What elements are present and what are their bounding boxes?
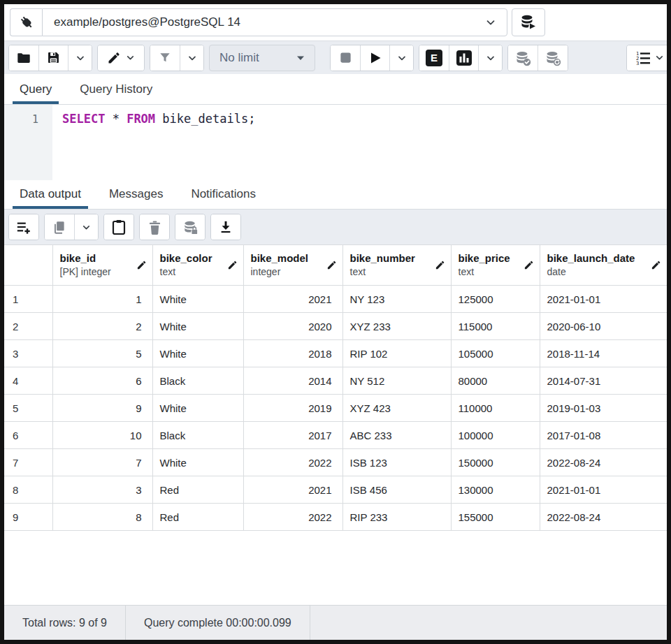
column-header-bike_model[interactable]: bike_modelinteger bbox=[243, 245, 342, 286]
cell-bike_model[interactable]: 2021 bbox=[243, 476, 342, 504]
cell-bike_model[interactable]: 2022 bbox=[243, 449, 342, 476]
cell-bike_launch_date[interactable]: 2021-01-01 bbox=[540, 286, 667, 313]
row-number-cell[interactable]: 5 bbox=[4, 395, 52, 422]
sql-code-line[interactable]: SELECT * FROM bike_details; bbox=[52, 105, 255, 180]
open-file-button[interactable] bbox=[9, 45, 38, 71]
cell-bike_price[interactable]: 115000 bbox=[451, 313, 540, 340]
cell-bike_id[interactable]: 8 bbox=[52, 504, 152, 531]
execute-query-button[interactable] bbox=[360, 45, 389, 71]
grid-corner-cell[interactable] bbox=[4, 245, 52, 286]
connection-status-button[interactable] bbox=[10, 8, 42, 36]
save-data-changes-button[interactable] bbox=[175, 214, 205, 240]
cell-bike_launch_date[interactable]: 2020-06-10 bbox=[540, 313, 667, 340]
cell-bike_model[interactable]: 2020 bbox=[243, 313, 342, 340]
row-number-cell[interactable]: 7 bbox=[4, 449, 52, 476]
new-connection-button[interactable] bbox=[512, 8, 545, 36]
cell-bike_id[interactable]: 6 bbox=[52, 367, 152, 395]
row-number-cell[interactable]: 4 bbox=[4, 367, 52, 395]
cell-bike_id[interactable]: 10 bbox=[52, 422, 152, 449]
cell-bike_model[interactable]: 2017 bbox=[243, 422, 342, 449]
cell-bike_color[interactable]: White bbox=[152, 449, 243, 476]
column-header-bike_color[interactable]: bike_colortext bbox=[152, 245, 243, 286]
row-number-cell[interactable]: 8 bbox=[4, 476, 52, 504]
tab-query[interactable]: Query bbox=[15, 82, 56, 104]
cell-bike_price[interactable]: 155000 bbox=[451, 504, 540, 531]
filter-options-dropdown-button[interactable] bbox=[180, 45, 203, 71]
row-number-cell[interactable]: 2 bbox=[4, 313, 52, 340]
cell-bike_price[interactable]: 125000 bbox=[451, 286, 540, 313]
save-file-button[interactable] bbox=[38, 45, 68, 71]
cell-bike_id[interactable]: 1 bbox=[52, 286, 152, 313]
cell-bike_id[interactable]: 3 bbox=[52, 476, 152, 504]
execute-options-dropdown-button[interactable] bbox=[389, 45, 413, 71]
cell-bike_color[interactable]: White bbox=[152, 313, 243, 340]
tab-query-history[interactable]: Query History bbox=[75, 82, 157, 104]
explain-analyze-button[interactable] bbox=[449, 45, 478, 71]
cell-bike_number[interactable]: RIP 233 bbox=[342, 504, 451, 531]
download-results-button[interactable] bbox=[211, 214, 240, 240]
column-header-bike_number[interactable]: bike_numbertext bbox=[342, 245, 451, 286]
cell-bike_id[interactable]: 5 bbox=[52, 340, 152, 367]
cell-bike_color[interactable]: Red bbox=[152, 476, 243, 504]
delete-row-button[interactable] bbox=[140, 214, 169, 240]
stop-query-button[interactable] bbox=[331, 45, 360, 71]
cell-bike_price[interactable]: 105000 bbox=[451, 340, 540, 367]
edit-column-icon[interactable] bbox=[651, 260, 661, 270]
cell-bike_launch_date[interactable]: 2018-11-14 bbox=[540, 340, 667, 367]
cell-bike_launch_date[interactable]: 2014-07-31 bbox=[540, 367, 667, 395]
row-number-cell[interactable]: 9 bbox=[4, 504, 52, 531]
tab-data-output[interactable]: Data output bbox=[15, 187, 85, 209]
cell-bike_color[interactable]: Black bbox=[152, 367, 243, 395]
row-number-cell[interactable]: 1 bbox=[4, 286, 52, 313]
cell-bike_number[interactable]: RIP 102 bbox=[342, 340, 451, 367]
cell-bike_number[interactable]: ABC 233 bbox=[342, 422, 451, 449]
cell-bike_id[interactable]: 2 bbox=[52, 313, 152, 340]
cell-bike_color[interactable]: White bbox=[152, 340, 243, 367]
cell-bike_number[interactable]: XYZ 233 bbox=[342, 313, 451, 340]
cell-bike_launch_date[interactable]: 2021-01-01 bbox=[540, 476, 667, 504]
macros-button[interactable]: 1 2 3 bbox=[627, 45, 667, 71]
cell-bike_launch_date[interactable]: 2022-08-24 bbox=[540, 449, 667, 476]
cell-bike_number[interactable]: XYZ 423 bbox=[342, 395, 451, 422]
cell-bike_model[interactable]: 2019 bbox=[243, 395, 342, 422]
edit-column-icon[interactable] bbox=[435, 260, 445, 270]
cell-bike_model[interactable]: 2021 bbox=[243, 286, 342, 313]
connection-dropdown[interactable]: example/postgres@PostgreSQL 14 bbox=[42, 8, 507, 36]
cell-bike_number[interactable]: ISB 456 bbox=[342, 476, 451, 504]
row-number-cell[interactable]: 3 bbox=[4, 340, 52, 367]
cell-bike_model[interactable]: 2018 bbox=[243, 340, 342, 367]
explain-options-dropdown-button[interactable] bbox=[478, 45, 502, 71]
add-row-button[interactable] bbox=[9, 214, 38, 240]
cell-bike_color[interactable]: Black bbox=[152, 422, 243, 449]
column-header-bike_price[interactable]: bike_pricetext bbox=[451, 245, 540, 286]
cell-bike_model[interactable]: 2022 bbox=[243, 504, 342, 531]
cell-bike_price[interactable]: 100000 bbox=[451, 422, 540, 449]
cell-bike_launch_date[interactable]: 2019-01-03 bbox=[540, 395, 667, 422]
edit-query-button[interactable] bbox=[98, 45, 144, 71]
cell-bike_number[interactable]: NY 512 bbox=[342, 367, 451, 395]
cell-bike_number[interactable]: NY 123 bbox=[342, 286, 451, 313]
column-header-bike_id[interactable]: bike_id[PK] integer bbox=[52, 245, 152, 286]
cell-bike_id[interactable]: 7 bbox=[52, 449, 152, 476]
edit-column-icon[interactable] bbox=[136, 260, 147, 270]
cell-bike_price[interactable]: 130000 bbox=[451, 476, 540, 504]
cell-bike_number[interactable]: ISB 123 bbox=[342, 449, 451, 476]
edit-column-icon[interactable] bbox=[524, 260, 534, 270]
tab-messages[interactable]: Messages bbox=[105, 187, 167, 209]
filter-button[interactable] bbox=[150, 45, 180, 71]
commit-button[interactable] bbox=[508, 45, 537, 71]
paste-button[interactable] bbox=[104, 214, 134, 240]
rollback-button[interactable] bbox=[537, 45, 568, 71]
copy-options-dropdown-button[interactable] bbox=[74, 214, 98, 240]
explain-button[interactable]: E bbox=[419, 45, 449, 71]
cell-bike_price[interactable]: 80000 bbox=[451, 367, 540, 395]
cell-bike_color[interactable]: White bbox=[152, 395, 243, 422]
edit-column-icon[interactable] bbox=[227, 260, 238, 270]
row-limit-select[interactable]: No limit bbox=[209, 45, 315, 71]
sql-editor[interactable]: 1 SELECT * FROM bike_details; bbox=[4, 105, 667, 180]
edit-column-icon[interactable] bbox=[326, 260, 337, 270]
copy-button[interactable] bbox=[45, 214, 74, 240]
save-options-dropdown-button[interactable] bbox=[68, 45, 92, 71]
tab-notifications[interactable]: Notifications bbox=[187, 187, 260, 209]
cell-bike_model[interactable]: 2014 bbox=[243, 367, 342, 395]
